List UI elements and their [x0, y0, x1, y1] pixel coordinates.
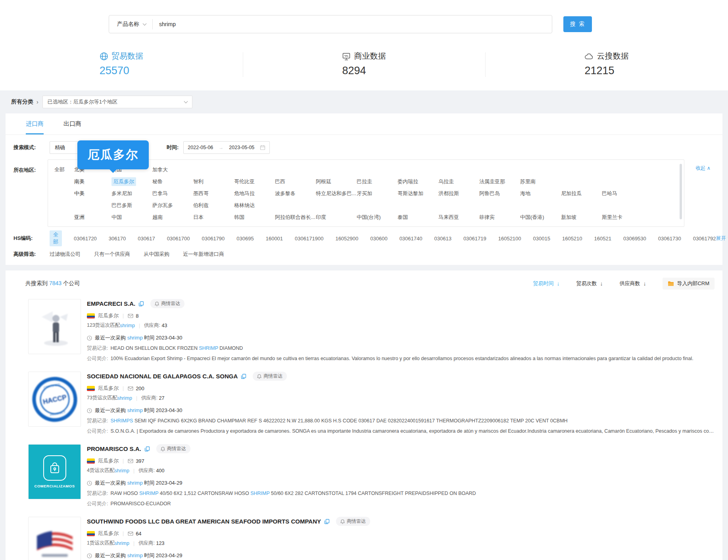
- copy-icon[interactable]: [324, 519, 330, 524]
- company-logo[interactable]: HACCP CERTIFIED PRODUCT: [28, 372, 81, 427]
- region-item[interactable]: 苏里南: [520, 178, 536, 185]
- search-category-select[interactable]: 产品名称: [109, 15, 152, 33]
- region-item[interactable]: 智利: [193, 178, 204, 185]
- region-item[interactable]: 泰国: [398, 214, 408, 221]
- region-item[interactable]: 韩国: [234, 214, 244, 221]
- region-item[interactable]: 巴哈马: [602, 190, 617, 197]
- region-item[interactable]: 中国(台湾): [357, 214, 381, 221]
- company-name[interactable]: EMPACRECI S.A.: [87, 300, 135, 307]
- sort-option[interactable]: 贸易时间↓: [533, 280, 559, 287]
- hs-code-item[interactable]: 16052100: [498, 236, 521, 242]
- region-item[interactable]: 哥伦比亚: [234, 178, 255, 185]
- stat-business-data[interactable]: 商业数据 8294: [243, 51, 486, 77]
- intel-radar-badge[interactable]: 商情雷达: [150, 299, 184, 308]
- import-crm-button[interactable]: 导入内部CRM: [663, 278, 715, 290]
- hs-code-item[interactable]: 1605210: [562, 236, 582, 242]
- sort-option[interactable]: 供应商数↓: [619, 280, 646, 287]
- hs-code-item[interactable]: 030015: [533, 236, 550, 242]
- region-item[interactable]: 波多黎各: [275, 190, 296, 197]
- advanced-filter-item[interactable]: 从中国采购: [144, 251, 169, 258]
- region-item[interactable]: 墨西哥: [193, 190, 209, 197]
- region-all[interactable]: 全部: [54, 166, 74, 173]
- company-name[interactable]: PROMARISCO S.A.: [87, 445, 141, 452]
- hs-code-item[interactable]: 03061730: [658, 236, 681, 242]
- copy-icon[interactable]: [241, 374, 246, 379]
- search-input[interactable]: [153, 21, 552, 27]
- hs-code-item[interactable]: 160521: [594, 236, 611, 242]
- region-item[interactable]: 格林纳达: [234, 202, 255, 209]
- advanced-filter-item[interactable]: 过滤物流公司: [50, 251, 81, 258]
- intel-radar-badge[interactable]: 商情雷达: [336, 517, 370, 526]
- tab-importers[interactable]: 进口商: [26, 113, 44, 134]
- region-item[interactable]: 中国: [111, 214, 122, 221]
- tab-exporters[interactable]: 出口商: [63, 113, 81, 134]
- advanced-filter-item[interactable]: 近一年新增进口商: [183, 251, 224, 258]
- scrollbar[interactable]: [680, 164, 682, 219]
- advanced-filter-item[interactable]: 只有一个供应商: [94, 251, 130, 258]
- hs-code-item[interactable]: 03061700: [167, 236, 190, 242]
- hs-code-item[interactable]: 306170: [109, 236, 126, 242]
- region-item[interactable]: 哥斯达黎加: [398, 190, 423, 197]
- collapse-link[interactable]: 收起 ∧: [695, 159, 711, 172]
- region-item[interactable]: 法属圭亚那: [479, 178, 505, 185]
- region-item[interactable]: 菲律宾: [479, 214, 495, 221]
- region-item[interactable]: 伯利兹: [193, 202, 209, 209]
- region-item[interactable]: 马来西亚: [438, 214, 459, 221]
- region-item[interactable]: 阿根廷: [316, 178, 331, 185]
- region-item[interactable]: 萨尔瓦多: [152, 202, 173, 209]
- hs-code-item[interactable]: 03061720: [74, 236, 97, 242]
- sort-option[interactable]: 贸易次数↓: [576, 280, 603, 287]
- region-item[interactable]: 乌拉圭: [438, 178, 454, 185]
- hs-code-item[interactable]: 16052900: [335, 236, 358, 242]
- region-item[interactable]: 巴巴多斯: [111, 202, 132, 209]
- region-filter-select[interactable]: 已选地区：厄瓜多尔等1个地区: [42, 96, 192, 108]
- region-item[interactable]: 印度: [316, 214, 326, 221]
- hs-code-item[interactable]: 030695: [236, 236, 254, 242]
- hs-code-item[interactable]: 03061790: [202, 236, 225, 242]
- company-logo[interactable]: HACCP CERTIFIED PRODUCT: [28, 517, 81, 560]
- hs-code-item[interactable]: 160001: [266, 236, 283, 242]
- hs-code-item[interactable]: 030600: [370, 236, 387, 242]
- intel-radar-badge[interactable]: 商情雷达: [156, 444, 190, 453]
- region-item[interactable]: 中国(香港): [520, 214, 544, 221]
- region-item[interactable]: 委内瑞拉: [398, 178, 418, 185]
- region-item[interactable]: 洪都拉斯: [438, 190, 459, 197]
- hs-code-item[interactable]: 03069530: [623, 236, 646, 242]
- company-name[interactable]: SOUTHWIND FOODS LLC DBA GREAT AMERICAN S…: [87, 518, 321, 525]
- company-name[interactable]: SOCIEDAD NACIONAL DE GALAPAGOS C.A. SONG…: [87, 373, 238, 380]
- search-button[interactable]: 搜 索: [563, 16, 592, 32]
- intel-radar-badge[interactable]: 商情雷达: [253, 372, 287, 381]
- region-item[interactable]: 阿鲁巴岛: [479, 190, 500, 197]
- region-item[interactable]: 特立尼达和多巴...: [316, 190, 356, 197]
- region-item[interactable]: 厄瓜多尔: [111, 177, 136, 186]
- copy-icon[interactable]: [144, 446, 150, 452]
- region-item[interactable]: 尼加拉瓜: [561, 190, 582, 197]
- region-item[interactable]: 多米尼加: [111, 190, 132, 197]
- region-item[interactable]: 海地: [520, 190, 530, 197]
- region-item[interactable]: 巴西: [275, 178, 285, 185]
- hs-code-item[interactable]: 030617: [138, 236, 155, 242]
- region-item[interactable]: 巴拿马: [152, 190, 168, 197]
- region-item[interactable]: 阿拉伯联合酋长...: [275, 214, 315, 221]
- expand-link[interactable]: 展开 ∨: [716, 235, 728, 242]
- region-item[interactable]: 秘鲁: [152, 178, 163, 185]
- hs-code-all[interactable]: 全部: [50, 230, 62, 246]
- region-item[interactable]: 巴拉圭: [357, 178, 372, 185]
- region-item[interactable]: 日本: [193, 214, 204, 221]
- hs-code-item[interactable]: 03061792: [693, 236, 716, 242]
- hs-code-item[interactable]: 03061719: [463, 236, 486, 242]
- region-item[interactable]: 新加坡: [561, 214, 576, 221]
- company-logo[interactable]: HACCP CERTIFIED PRODUCT COMERCIALIZAMOS: [28, 444, 81, 499]
- hs-code-item[interactable]: 0306171900: [295, 236, 323, 242]
- region-item[interactable]: 斯里兰卡: [602, 214, 622, 221]
- copy-icon[interactable]: [138, 301, 144, 307]
- region-item[interactable]: 危地马拉: [234, 190, 255, 197]
- region-item[interactable]: 加拿大: [152, 166, 168, 173]
- date-range-picker[interactable]: 2022-05-06 → 2023-05-05: [183, 141, 270, 154]
- hs-code-item[interactable]: 03061740: [400, 236, 423, 242]
- region-item[interactable]: 越南: [152, 214, 163, 221]
- company-logo[interactable]: HACCP CERTIFIED PRODUCT: [28, 299, 81, 354]
- hs-code-item[interactable]: 030613: [434, 236, 451, 242]
- stat-trade-data[interactable]: 贸易数据 25570: [0, 51, 243, 77]
- region-item[interactable]: 牙买加: [357, 190, 372, 197]
